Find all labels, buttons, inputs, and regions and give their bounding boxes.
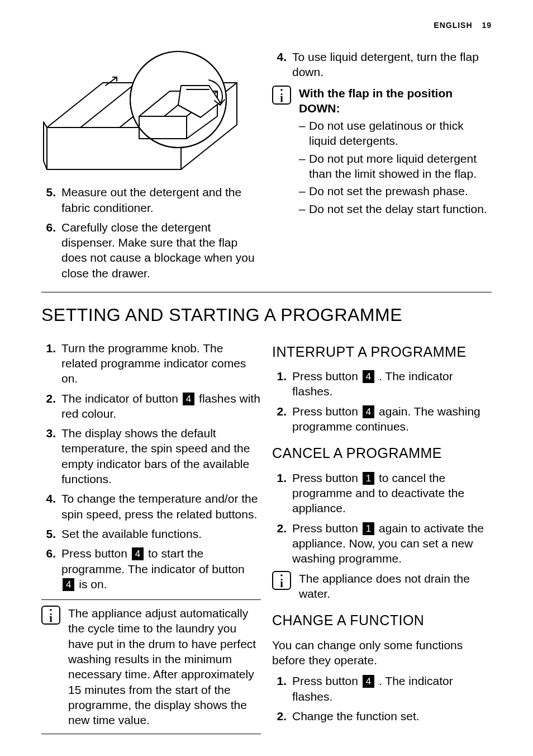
step-number: 1. <box>41 341 61 386</box>
list-item: Do not put more liquid detergent than th… <box>309 151 492 182</box>
step-number: 2. <box>272 521 292 566</box>
step-text: To change the temperature and/or the spi… <box>61 491 261 522</box>
button-chip: 1 <box>363 472 374 485</box>
top-left-column: 5. Measure out the detergent and the fab… <box>41 49 261 285</box>
text-part: is on. <box>75 578 107 590</box>
step-number: 6. <box>41 220 61 281</box>
button-chip: 4 <box>363 405 374 418</box>
button-chip: 1 <box>363 522 374 535</box>
text-part: Press button <box>292 405 361 418</box>
step-text: Press button 4 again. The washing progra… <box>292 404 492 434</box>
list-item: 6. Carefully close the detergent dispens… <box>41 220 261 281</box>
list-item: 1. Turn the programme knob. The related … <box>41 341 261 386</box>
list-item: 1. Press button 4 . The indicator flashe… <box>272 673 492 704</box>
step-number: 1. <box>272 673 292 704</box>
step-number: 1. <box>272 470 292 516</box>
step-number: 4. <box>41 491 61 522</box>
bottom-right-column: INTERRUPT A PROGRAMME 1. Press button 4 … <box>272 341 492 734</box>
info-icon <box>41 606 60 625</box>
info-list: Do not use gelatinous or thick liquid de… <box>299 118 492 216</box>
step-number: 3. <box>41 426 61 486</box>
step-number: 1. <box>272 368 292 399</box>
step-text: Press button 1 again to activate the app… <box>292 521 492 566</box>
list-item: 2. Press button 4 again. The washing pro… <box>272 404 492 434</box>
step-text: Measure out the detergent and the fabric… <box>61 185 261 215</box>
step-text: Press button 4 . The indicator flashes. <box>292 673 492 704</box>
text-part: Press button <box>292 471 361 484</box>
text-part: Press button <box>61 547 131 560</box>
interrupt-steps: 1. Press button 4 . The indicator flashe… <box>272 368 492 434</box>
info-flap-down: With the flap in the position DOWN: Do n… <box>272 86 492 219</box>
button-chip: 4 <box>363 675 374 688</box>
list-item: 2. The indicator of button 4 flashes wit… <box>41 391 261 422</box>
list-item: 3. The display shows the default tempera… <box>41 426 261 486</box>
top-right-step4: 4. To use liquid detergent, turn the fla… <box>272 49 492 80</box>
list-item: 5. Set the available functions. <box>41 526 261 541</box>
interrupt-title: INTERRUPT A PROGRAMME <box>272 343 492 361</box>
step-text: The display shows the default temperatur… <box>61 426 261 486</box>
text-part: Press button <box>292 370 361 382</box>
step-number: 4. <box>272 49 292 80</box>
list-item: 2. Change the function set. <box>272 708 492 724</box>
list-item: 1. Press button 1 to cancel the programm… <box>272 470 492 516</box>
button-chip: 4 <box>132 547 144 560</box>
top-left-steps: 5. Measure out the detergent and the fab… <box>41 185 261 281</box>
button-chip: 4 <box>63 578 74 591</box>
step-number: 5. <box>41 185 61 215</box>
setting-steps: 1. Turn the programme knob. The related … <box>41 341 261 592</box>
info-heading: With the flap in the position DOWN: <box>299 86 492 116</box>
button-chip: 4 <box>363 370 374 383</box>
list-item: Do not set the prewash phase. <box>309 183 492 199</box>
bottom-columns: 1. Turn the programme knob. The related … <box>41 341 492 734</box>
page-header: ENGLISH 19 <box>434 20 492 30</box>
list-item: 4. To change the temperature and/or the … <box>41 491 261 522</box>
top-right-column: 4. To use liquid detergent, turn the fla… <box>272 49 492 285</box>
step-text: Press button 4 to start the programme. T… <box>61 546 261 592</box>
step-text: Press button 4 . The indicator flashes. <box>292 368 492 399</box>
step-text: To use liquid detergent, turn the flap d… <box>292 49 492 80</box>
text-part: Press button <box>292 674 361 687</box>
language-label: ENGLISH <box>434 21 472 30</box>
section-divider <box>41 292 492 292</box>
bottom-left-column: 1. Turn the programme knob. The related … <box>41 341 261 734</box>
top-columns: 5. Measure out the detergent and the fab… <box>41 49 492 285</box>
step-text: Press button 1 to cancel the programme a… <box>292 470 492 516</box>
step-text: Set the available functions. <box>61 526 261 541</box>
info-body: With the flap in the position DOWN: Do n… <box>299 86 492 219</box>
text-part: The indicator of button <box>61 392 182 405</box>
list-item: Do not use gelatinous or thick liquid de… <box>309 118 492 149</box>
info-icon <box>272 86 291 105</box>
note-text: The appliance does not drain the water. <box>299 571 492 602</box>
list-item: 5. Measure out the detergent and the fab… <box>41 185 261 215</box>
list-item: Do not set the delay start function. <box>309 201 492 216</box>
page-number: 19 <box>482 21 492 30</box>
detergent-drawer-illustration <box>41 49 242 172</box>
step-number: 2. <box>41 391 61 422</box>
cancel-steps: 1. Press button 1 to cancel the programm… <box>272 470 492 566</box>
info-icon <box>272 571 291 590</box>
step-text: Turn the programme knob. The related pro… <box>61 341 261 386</box>
step-number: 6. <box>41 546 61 592</box>
step-number: 2. <box>272 404 292 434</box>
change-intro: You can change only some functions befor… <box>272 637 492 668</box>
step-number: 2. <box>272 708 292 724</box>
change-steps: 1. Press button 4 . The indicator flashe… <box>272 673 492 724</box>
section-title: SETTING AND STARTING A PROGRAMME <box>41 304 492 327</box>
auto-adjust-note: The appliance adjust automatically the c… <box>41 599 261 734</box>
list-item: 4. To use liquid detergent, turn the fla… <box>272 49 492 80</box>
button-chip: 4 <box>183 393 194 405</box>
note-text: The appliance adjust automatically the c… <box>68 606 261 727</box>
list-item: 1. Press button 4 . The indicator flashe… <box>272 368 492 399</box>
step-text: Change the function set. <box>292 708 492 724</box>
list-item: 6. Press button 4 to start the programme… <box>41 546 261 592</box>
change-title: CHANGE A FUNCTION <box>272 611 492 630</box>
cancel-note: The appliance does not drain the water. <box>272 571 492 602</box>
step-text: The indicator of button 4 flashes with r… <box>61 391 261 422</box>
list-item: 2. Press button 1 again to activate the … <box>272 521 492 566</box>
cancel-title: CANCEL A PROGRAMME <box>272 444 492 462</box>
step-number: 5. <box>41 526 61 541</box>
text-part: Press button <box>292 522 361 535</box>
step-text: Carefully close the detergent dispenser.… <box>61 220 261 281</box>
